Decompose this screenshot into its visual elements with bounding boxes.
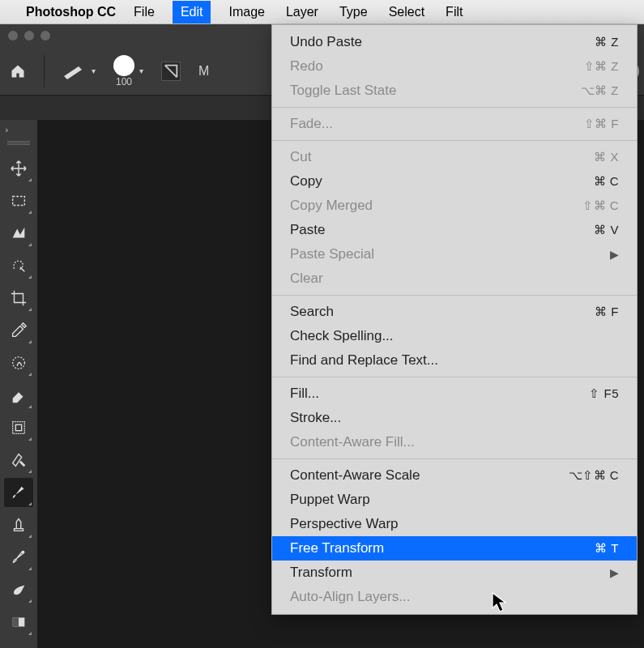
menu-item-label: Puppet Warp — [290, 492, 370, 508]
window-zoom-button[interactable] — [41, 31, 50, 40]
lasso-tool[interactable] — [4, 219, 33, 248]
svg-rect-2 — [13, 422, 25, 434]
menu-item-label: Paste — [290, 222, 325, 238]
menu-item-label: Undo Paste — [290, 34, 362, 50]
svg-point-4 — [22, 551, 25, 554]
edit-menu-item[interactable]: Copy⌘ C — [272, 169, 637, 194]
menu-item-label: Cut — [290, 149, 311, 165]
menu-edit[interactable]: Edit — [173, 1, 211, 23]
frame-tool[interactable] — [4, 413, 33, 442]
menu-image[interactable]: Image — [225, 2, 267, 23]
move-tool[interactable] — [4, 154, 33, 183]
edit-menu-item[interactable]: Content-Aware Scale⌥⇧⌘ C — [272, 463, 637, 488]
menu-separator — [272, 377, 637, 377]
edit-menu-item: Paste Special▶ — [272, 242, 637, 266]
brush-circle-icon — [113, 55, 134, 76]
window-close-button[interactable] — [8, 31, 18, 40]
edit-menu-item[interactable]: Perspective Warp — [272, 512, 637, 536]
menu-item-label: Auto-Align Layers... — [290, 589, 410, 605]
menu-item-label: Free Transform — [290, 540, 384, 556]
menu-select[interactable]: Select — [386, 2, 428, 23]
menu-item-shortcut: ⌥⇧⌘ C — [569, 468, 620, 483]
smudge-tool[interactable] — [4, 575, 33, 604]
edit-menu-item[interactable]: Stroke... — [272, 406, 637, 430]
edit-menu-item[interactable]: Free Transform⌘ T — [272, 536, 637, 561]
tools-panel: ›› — [0, 120, 37, 648]
menu-item-shortcut: ⌘ V — [594, 223, 619, 237]
expand-panel-icon[interactable]: ›› — [0, 125, 6, 138]
gradient-tool[interactable] — [4, 608, 33, 637]
macos-menubar: Photoshop CC File Edit Image Layer Type … — [0, 0, 644, 24]
quick-select-tool[interactable] — [4, 251, 33, 280]
brush-tool[interactable] — [4, 478, 33, 507]
menu-item-shortcut: ⌘ X — [594, 150, 619, 164]
home-icon[interactable] — [10, 63, 26, 79]
edit-menu-item: Toggle Last State⌥⌘ Z — [272, 79, 637, 103]
menu-item-label: Stroke... — [290, 410, 341, 426]
edit-menu-item[interactable]: Check Spelling... — [272, 324, 637, 348]
menu-type[interactable]: Type — [336, 2, 371, 23]
clone-stamp-tool[interactable] — [4, 510, 33, 539]
app-name[interactable]: Photoshop CC — [26, 5, 116, 19]
edit-menu-item[interactable]: Fill...⇧ F5 — [272, 382, 637, 406]
menu-item-label: Fill... — [290, 386, 319, 402]
healing-brush-tool[interactable] — [4, 348, 33, 377]
panel-grip-icon[interactable] — [7, 141, 30, 146]
edit-menu-dropdown: Undo Paste⌘ ZRedo⇧⌘ ZToggle Last State⌥⌘… — [271, 24, 638, 615]
brush-size-preview[interactable]: 100 — [113, 55, 134, 87]
menu-item-label: Check Spelling... — [290, 328, 394, 344]
menu-item-label: Perspective Warp — [290, 516, 399, 532]
chevron-down-icon[interactable]: ▾ — [139, 66, 143, 75]
edit-menu-item[interactable]: Undo Paste⌘ Z — [272, 30, 637, 54]
menu-item-label: Fade... — [290, 116, 333, 132]
menu-filter[interactable]: Filt — [442, 2, 466, 23]
menu-separator — [272, 107, 637, 108]
tool-preset-icon[interactable] — [62, 63, 87, 79]
menu-item-shortcut: ⇧⌘ F — [584, 117, 619, 131]
brush-size-label: 100 — [116, 76, 132, 87]
menu-item-label: Search — [290, 304, 334, 320]
menu-item-label: Transform — [290, 565, 352, 581]
svg-rect-6 — [13, 618, 19, 627]
menu-file[interactable]: File — [130, 2, 158, 23]
chevron-down-icon[interactable]: ▾ — [92, 66, 96, 75]
edit-menu-item[interactable]: Paste⌘ V — [272, 218, 637, 242]
menu-item-shortcut: ⌘ T — [595, 541, 619, 556]
menu-item-shortcut: ⌘ F — [595, 305, 619, 319]
edit-menu-item[interactable]: Transform▶ — [272, 561, 637, 585]
eyedropper-tool[interactable] — [4, 316, 33, 345]
brush-panel-toggle-icon[interactable] — [161, 62, 181, 81]
crop-tool[interactable] — [4, 284, 33, 313]
eraser-tool[interactable] — [4, 381, 33, 410]
window-minimize-button[interactable] — [24, 31, 34, 40]
edit-menu-item: Content-Aware Fill... — [272, 430, 637, 454]
edit-menu-item[interactable]: Puppet Warp — [272, 488, 637, 512]
edit-menu-item[interactable]: Find and Replace Text... — [272, 348, 637, 373]
marquee-tool[interactable] — [4, 186, 33, 215]
mixer-brush-tool[interactable] — [4, 543, 33, 572]
menu-separator — [272, 458, 637, 459]
svg-rect-3 — [15, 424, 21, 430]
menu-item-shortcut: ⌘ Z — [595, 35, 619, 49]
edit-menu-item: Fade...⇧⌘ F — [272, 112, 637, 136]
edit-menu-item: Cut⌘ X — [272, 145, 637, 169]
menu-item-shortcut: ⌥⌘ Z — [581, 83, 619, 98]
mode-label: M — [198, 64, 209, 79]
menu-item-shortcut: ⌘ C — [594, 174, 620, 189]
menu-item-label: Content-Aware Scale — [290, 467, 420, 484]
menu-separator — [272, 295, 637, 296]
menu-separator — [272, 140, 637, 141]
history-brush-tool[interactable] — [4, 446, 33, 475]
menu-item-shortcut: ⇧ F5 — [589, 386, 619, 401]
submenu-arrow-icon: ▶ — [610, 566, 619, 579]
svg-rect-0 — [13, 197, 25, 206]
submenu-arrow-icon: ▶ — [610, 248, 619, 261]
edit-menu-item: Copy Merged⇧⌘ C — [272, 194, 637, 218]
menu-item-shortcut: ⇧⌘ Z — [584, 59, 619, 74]
menu-item-label: Redo — [290, 58, 323, 75]
menu-item-label: Find and Replace Text... — [290, 352, 438, 369]
edit-menu-item[interactable]: Search⌘ F — [272, 300, 637, 324]
edit-menu-item: Redo⇧⌘ Z — [272, 54, 637, 79]
menu-item-label: Clear — [290, 271, 323, 287]
menu-layer[interactable]: Layer — [283, 2, 322, 23]
